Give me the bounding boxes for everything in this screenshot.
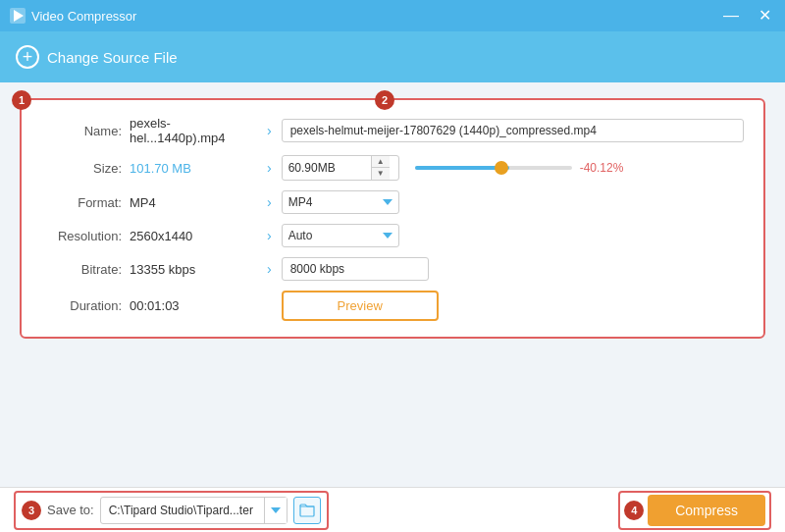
resolution-label: Resolution:	[41, 229, 130, 243]
app-icon	[10, 8, 26, 24]
badge-2: 2	[375, 90, 394, 110]
size-spinner: ▲ ▼	[282, 155, 399, 181]
resolution-row: Resolution: 2560x1440 › Auto 1920x1080 1…	[41, 224, 744, 247]
name-output	[282, 119, 744, 142]
title-bar: Video Compressor — ✕	[0, 0, 785, 31]
source-bitrate-value: 13355 kbps	[130, 262, 257, 277]
duration-row: Duration: 00:01:03 › Preview	[41, 291, 744, 321]
badge-1: 1	[12, 90, 31, 110]
app-title: Video Compressor	[31, 9, 136, 24]
close-button[interactable]: ✕	[755, 6, 775, 26]
folder-icon	[299, 504, 315, 517]
slider-thumb[interactable]	[495, 161, 508, 175]
output-size-input[interactable]	[283, 157, 371, 179]
chevron-right-icon: ›	[267, 123, 272, 138]
save-section: 3 Save to:	[14, 491, 329, 530]
plus-circle-icon: +	[16, 45, 39, 69]
bitrate-row: Bitrate: 13355 kbps ›	[41, 257, 744, 281]
slider-track[interactable]	[415, 166, 572, 170]
chevron-right-icon-2: ›	[267, 160, 272, 176]
size-row: Size: 101.70 MB › ▲ ▼ -40.12%	[41, 155, 744, 181]
chevron-right-icon-5: ›	[267, 261, 272, 277]
bottom-left: 3 Save to:	[14, 491, 610, 530]
format-output: MP4 MOV AVI MKV	[282, 190, 744, 214]
chevron-right-icon-4: ›	[267, 228, 272, 243]
size-slider-container: -40.12%	[415, 161, 624, 175]
header-bar: + Change Source File	[0, 31, 785, 82]
format-select[interactable]: MP4 MOV AVI MKV	[282, 190, 399, 214]
source-format-value: MP4	[130, 195, 257, 210]
save-path-input[interactable]	[101, 504, 264, 517]
size-label: Size:	[41, 161, 130, 176]
bitrate-label: Bitrate:	[41, 262, 130, 277]
source-size-value: 101.70 MB	[130, 161, 257, 176]
source-duration-value: 00:01:03	[130, 298, 257, 313]
save-path-dropdown-button[interactable]	[264, 498, 287, 523]
badge-4: 4	[624, 501, 644, 520]
format-row: Format: MP4 › MP4 MOV AVI MKV	[41, 190, 744, 214]
change-source-label: Change Source File	[47, 49, 178, 66]
name-label: Name:	[41, 124, 130, 138]
name-row: Name: pexels-hel...1440p).mp4 ›	[41, 116, 744, 145]
bottom-right: 4 Compress	[618, 491, 771, 530]
change-source-button[interactable]: + Change Source File	[16, 45, 178, 69]
slider-percent: -40.12%	[580, 161, 624, 175]
resolution-output: Auto 1920x1080 1280x720 854x480	[282, 224, 744, 247]
source-resolution-value: 2560x1440	[130, 229, 257, 243]
settings-panel: 1 2 Name: pexels-hel...1440p).mp4 › Size…	[20, 98, 765, 339]
output-name-input[interactable]	[282, 119, 744, 142]
bitrate-input[interactable]	[282, 257, 429, 281]
size-down-button[interactable]: ▼	[372, 168, 390, 180]
browse-folder-button[interactable]	[293, 497, 321, 524]
compress-section: 4 Compress	[618, 491, 771, 530]
spinner-buttons: ▲ ▼	[371, 156, 390, 180]
source-name-value: pexels-hel...1440p).mp4	[130, 116, 257, 145]
save-path-container	[100, 497, 288, 524]
resolution-select[interactable]: Auto 1920x1080 1280x720 854x480	[282, 224, 399, 247]
badge-3: 3	[22, 501, 41, 520]
size-up-button[interactable]: ▲	[372, 156, 390, 168]
format-label: Format:	[41, 195, 130, 210]
main-content: 1 2 Name: pexels-hel...1440p).mp4 › Size…	[0, 82, 785, 487]
duration-label: Duration:	[41, 298, 130, 313]
duration-output: Preview	[282, 291, 744, 321]
minimize-button[interactable]: —	[719, 6, 743, 26]
bottom-bar: 3 Save to: 4 Compress	[0, 487, 785, 532]
compress-button[interactable]: Compress	[648, 495, 765, 526]
size-output: ▲ ▼ -40.12%	[282, 155, 744, 181]
save-to-label: Save to:	[47, 503, 94, 517]
preview-button[interactable]: Preview	[282, 291, 439, 321]
chevron-right-icon-3: ›	[267, 194, 272, 210]
bitrate-output	[282, 257, 744, 281]
dropdown-arrow-icon	[271, 507, 281, 513]
